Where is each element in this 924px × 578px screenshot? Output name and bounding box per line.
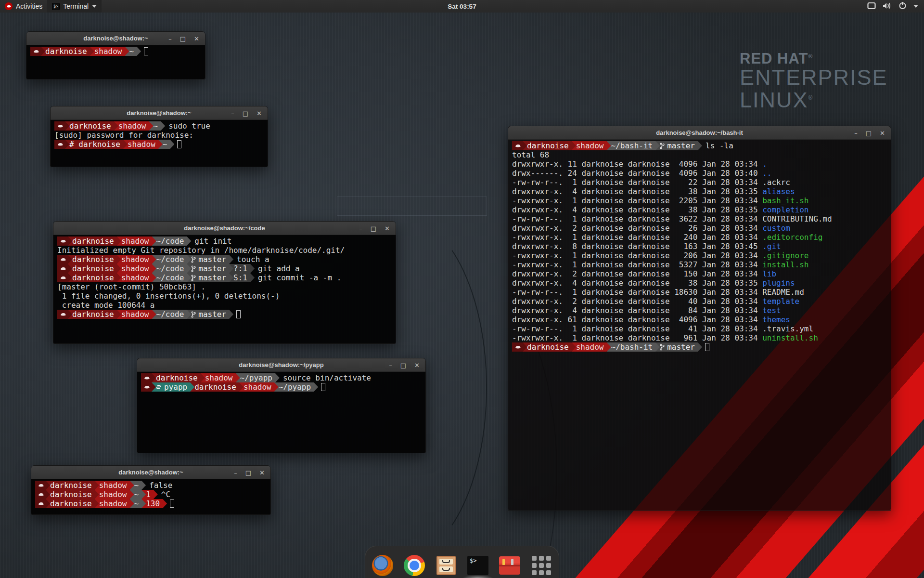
file-name: template [762, 297, 799, 306]
grid-dot [532, 570, 537, 575]
redhat-icon [38, 501, 44, 506]
terminal-content[interactable]: darknoiseshadow~/bash-itmasterls -latota… [508, 140, 891, 510]
terminal-content[interactable]: darknoiseshadow~sudo true[sudo] password… [51, 120, 268, 167]
close-button[interactable]: ✕ [257, 110, 262, 117]
window-titlebar[interactable]: darknoise@shadow:~–□✕ [51, 106, 268, 120]
output-line: drwxrwxr-x. 2 darknoise darknoise 40 Jan… [512, 297, 887, 306]
output-line: drwxrwxr-x. 8 darknoise darknoise 163 Ja… [512, 242, 887, 251]
prompt-segment-git: master [655, 141, 702, 150]
prompt-segment-git: master [187, 255, 233, 264]
terminal-icon: $> [467, 556, 488, 575]
terminal-cursor [236, 310, 241, 318]
maximize-button[interactable]: □ [180, 35, 186, 42]
minimize-button[interactable]: – [234, 469, 237, 476]
terminal-window-home-1: darknoise@shadow:~–□✕darknoiseshadow~ [26, 31, 205, 79]
dock-item-toolbox[interactable] [499, 554, 521, 577]
output-line: -rwxrwxr-x. 1 darknoise darknoise 5327 J… [512, 260, 887, 269]
prompt-segment-user: darknoise [190, 382, 244, 392]
activities-label: Activities [16, 2, 42, 10]
grid-dot [532, 563, 537, 568]
terminal-content[interactable]: darknoiseshadow~/codegit initInitialized… [53, 235, 396, 343]
prompt-line: darknoiseshadow~/codemaster?:1git add a [57, 264, 392, 273]
file-name: .gitignore [762, 251, 808, 260]
prompt-segment-user: darknoise [68, 273, 121, 282]
window-titlebar[interactable]: darknoise@shadow:~–□✕ [31, 466, 270, 479]
window-titlebar[interactable]: darknoise@shadow:~/bash-it–□✕ [508, 126, 891, 140]
prompt-segment-host: shadow [239, 382, 279, 392]
output-text: [master (root-commit) 50bcb63] . [57, 282, 205, 291]
minimize-button[interactable]: – [231, 110, 234, 117]
output-line: drwxrwxr-x. 2 darknoise darknoise 150 Ja… [512, 269, 887, 278]
dock-item-app-grid[interactable] [530, 554, 552, 577]
terminal-content[interactable]: darknoiseshadow~/pyappsource bin/activat… [137, 372, 425, 453]
grid-dot [539, 556, 544, 561]
file-meta: drwxrwxr-x. 2 darknoise darknoise 40 Jan… [512, 297, 762, 306]
window-titlebar[interactable]: darknoise@shadow:~/pyapp–□✕ [137, 358, 425, 372]
window-titlebar[interactable]: darknoise@shadow:~/code–□✕ [53, 222, 396, 235]
maximize-button[interactable]: □ [866, 130, 872, 137]
close-button[interactable]: ✕ [194, 35, 199, 42]
minimize-button[interactable]: – [168, 35, 172, 42]
maximize-button[interactable]: □ [245, 469, 251, 476]
file-name: .git [762, 242, 781, 251]
output-line: -rw-rw-r--. 1 darknoise darknoise 3622 J… [512, 214, 887, 223]
window-title: darknoise@shadow:~ [127, 109, 191, 117]
prompt-segment-host: shadow [123, 140, 163, 149]
terminal-content[interactable]: darknoiseshadow~falsedarknoiseshadow~1^C… [31, 479, 270, 514]
dock-item-firefox[interactable] [372, 554, 394, 577]
activities-button[interactable]: Activities [0, 0, 47, 13]
dock-item-files[interactable] [435, 554, 457, 577]
prompt-line: pyappdarknoiseshadow~/pyapp [141, 382, 422, 392]
system-menu-chevron-icon[interactable] [913, 5, 918, 8]
maximize-button[interactable]: □ [371, 225, 376, 232]
git-branch-icon [660, 143, 665, 149]
prompt-segment-path: ~/code [152, 273, 192, 282]
maximize-button[interactable]: □ [243, 110, 248, 117]
prompt-segment-path: ~/pyapp [274, 382, 318, 392]
file-meta: -rw-rw-r--. 1 darknoise darknoise 18630 … [512, 288, 762, 297]
git-branch-icon [191, 311, 196, 318]
prompt-segment-user: darknoise [68, 264, 121, 273]
prompt-segment-host: shadow [117, 273, 156, 282]
app-menu-button[interactable]: $> Terminal [47, 0, 102, 13]
prompt-line: darknoiseshadow~sudo true [54, 121, 264, 131]
file-meta: drwxrwxr-x. 8 darknoise darknoise 163 Ja… [512, 242, 762, 251]
prompt-segment-user: darknoise [46, 499, 99, 508]
prompt-segment-git: master [187, 264, 233, 273]
command-text: git commit -a -m . [250, 273, 341, 282]
dock-item-terminal[interactable]: $> [467, 554, 489, 577]
prompt-segment-path: ~/code [152, 264, 192, 273]
minimize-button[interactable]: – [359, 225, 362, 232]
maximize-button[interactable]: □ [400, 362, 406, 369]
volume-icon[interactable] [883, 2, 892, 11]
close-button[interactable]: ✕ [414, 362, 420, 369]
close-button[interactable]: ✕ [385, 225, 390, 232]
prompt-segment-host: shadow [90, 47, 129, 56]
dock-item-chrome[interactable] [403, 554, 425, 577]
terminal-cursor [170, 499, 174, 508]
command-text: git init [187, 236, 231, 246]
command-text: sudo true [161, 121, 210, 131]
output-line: drwx------. 24 darknoise darknoise 4096 … [512, 169, 887, 178]
file-meta: drwxrwxr-x. 4 darknoise darknoise 38 Jan… [512, 205, 762, 214]
output-line: [sudo] password for darknoise: [54, 131, 264, 140]
window-titlebar[interactable]: darknoise@shadow:~–□✕ [26, 32, 205, 45]
minimize-button[interactable]: – [854, 130, 858, 137]
close-button[interactable]: ✕ [259, 469, 265, 476]
close-button[interactable]: ✕ [880, 130, 885, 137]
python-icon [156, 384, 161, 390]
minimize-button[interactable]: – [389, 362, 392, 369]
output-line: -rwxrwxr-x. 1 darknoise darknoise 2205 J… [512, 196, 887, 205]
redhat-icon [60, 239, 66, 243]
prompt-line: darknoiseshadow~false [35, 481, 267, 490]
terminal-content[interactable]: darknoiseshadow~ [26, 45, 205, 79]
display-icon[interactable] [867, 2, 876, 11]
power-icon[interactable] [898, 1, 907, 11]
prompt-segment-host: shadow [572, 141, 611, 150]
clock[interactable]: Sat 03:57 [448, 3, 476, 10]
window-buttons: –□✕ [854, 126, 885, 140]
command-text: touch a [229, 255, 269, 264]
redhat-icon [57, 124, 64, 128]
terminal-cursor [177, 140, 181, 148]
prompt-segment-user: darknoise [523, 141, 576, 150]
